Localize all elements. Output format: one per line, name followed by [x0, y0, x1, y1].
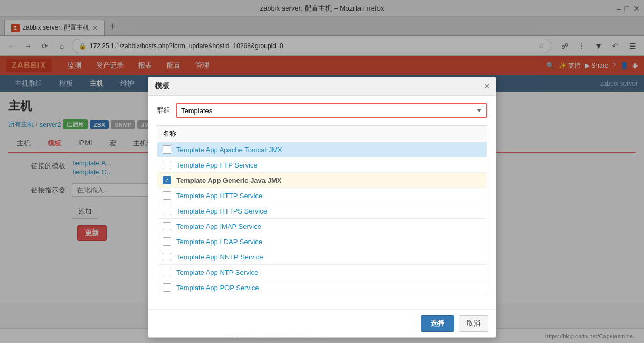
template-name-1: Template App FTP Service	[176, 161, 258, 169]
row-checkbox-9[interactable]	[163, 283, 171, 292]
modal-overlay: 模板 × 群组 Templates Linux servers Networki…	[0, 0, 644, 303]
template-name-2: Template App Generic Java JMX	[176, 177, 281, 184]
modal-title: 模板	[155, 81, 169, 91]
modal-titlebar: 模板 ×	[148, 77, 496, 96]
template-name-8: Template App NTP Service	[176, 268, 258, 276]
row-checkbox-3[interactable]	[163, 191, 171, 200]
table-row[interactable]: Template App POP Service	[157, 280, 487, 294]
modal-close-button[interactable]: ×	[485, 82, 489, 90]
row-checkbox-6[interactable]	[163, 237, 171, 246]
template-name-9: Template App POP Service	[176, 284, 259, 292]
name-column-header: 名称	[163, 129, 176, 138]
group-label: 群组	[157, 106, 171, 115]
modal-body: 群组 Templates Linux servers Networking Se…	[148, 96, 496, 303]
template-name-3: Template App HTTP Service	[176, 192, 262, 200]
table-row[interactable]: ✓ Template App Generic Java JMX	[157, 173, 487, 188]
table-row[interactable]: Template App IMAP Service	[157, 219, 487, 234]
table-row[interactable]: Template App NTP Service	[157, 265, 487, 280]
template-list: 名称 Template App Apache Tomcat JMX Templa…	[157, 125, 487, 294]
table-row[interactable]: Template App HTTPS Service	[157, 203, 487, 219]
template-name-0: Template App Apache Tomcat JMX	[176, 146, 282, 154]
table-row[interactable]: Template App NNTP Service	[157, 249, 487, 265]
row-checkbox-0[interactable]	[163, 145, 171, 154]
template-name-4: Template App HTTPS Service	[176, 207, 267, 215]
template-name-7: Template App NNTP Service	[176, 253, 263, 261]
table-row[interactable]: Template App HTTP Service	[157, 188, 487, 203]
row-checkbox-1[interactable]	[163, 161, 171, 169]
group-select[interactable]: Templates Linux servers Networking Serve…	[176, 103, 487, 118]
group-row: 群组 Templates Linux servers Networking Se…	[157, 103, 487, 118]
template-name-6: Template App LDAP Service	[176, 238, 262, 246]
row-checkbox-2[interactable]: ✓	[163, 176, 171, 184]
row-checkbox-5[interactable]	[163, 222, 171, 230]
row-checkbox-7[interactable]	[163, 253, 171, 261]
template-modal: 模板 × 群组 Templates Linux servers Networki…	[148, 77, 496, 303]
table-row[interactable]: Template App LDAP Service	[157, 234, 487, 249]
row-checkbox-4[interactable]	[163, 207, 171, 215]
row-checkbox-8[interactable]	[163, 268, 171, 276]
template-name-5: Template App IMAP Service	[176, 223, 261, 230]
table-row[interactable]: Template App FTP Service	[157, 157, 487, 173]
table-row[interactable]: Template App Apache Tomcat JMX	[157, 142, 487, 157]
template-list-header: 名称	[157, 126, 487, 142]
